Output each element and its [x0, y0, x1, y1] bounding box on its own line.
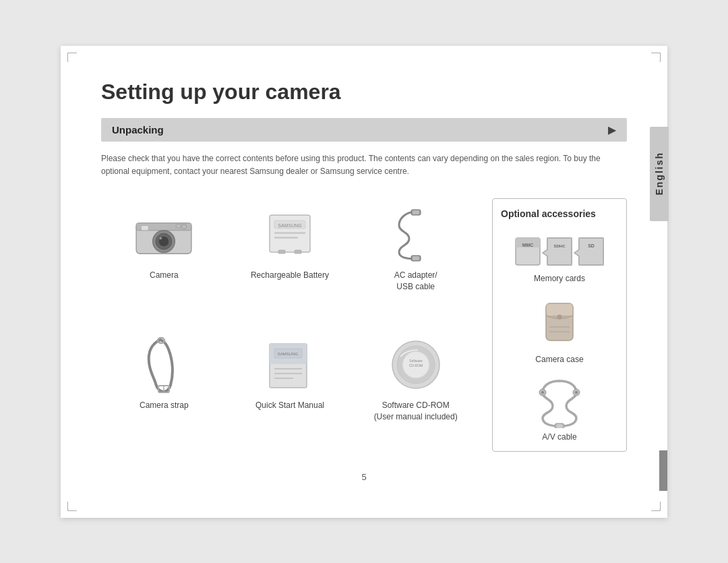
item-label-battery: Rechargeable Battery [251, 270, 329, 281]
item-label-camera: Camera [150, 270, 179, 281]
svg-text:Software: Software [409, 359, 423, 363]
accessory-av-cable: A/V cable [533, 378, 586, 442]
item-cdrom: Software CD-ROM Software CD-ROM (User ma… [353, 328, 479, 452]
svg-point-50 [541, 391, 544, 394]
svg-rect-15 [295, 250, 301, 254]
svg-point-46 [557, 315, 562, 319]
item-battery: SAMSUNG Rechargeable Battery [227, 198, 353, 322]
manual-image: SAMSUNG [256, 335, 324, 396]
battery-image: SAMSUNG [256, 205, 324, 266]
item-camera: Camera [101, 198, 227, 322]
item-ac-adapter: AC adapter/ USB cable [353, 198, 479, 322]
english-tab: English [650, 127, 669, 221]
svg-rect-17 [413, 210, 419, 214]
content-area: Camera SAMSUNG [101, 198, 627, 452]
svg-text:SAMSUNG: SAMSUNG [278, 352, 299, 356]
accessories-panel: Optional accessories MMC SDHC SD [492, 198, 627, 452]
camera-image [130, 205, 198, 266]
corner-mark-top-right [651, 53, 661, 62]
svg-rect-19 [413, 256, 419, 260]
accessory-camera-case: Camera case [535, 297, 583, 364]
ac-adapter-image [382, 205, 450, 266]
accessory-label-memory-cards: Memory cards [534, 274, 585, 283]
svg-text:SAMSUNG: SAMSUNG [278, 223, 301, 228]
corner-mark-top-left [67, 53, 77, 62]
page-number: 5 [101, 472, 627, 482]
svg-text:MMC: MMC [522, 243, 534, 247]
right-accent [659, 450, 667, 491]
corner-mark-bottom-left [67, 502, 77, 511]
svg-rect-12 [274, 232, 305, 234]
section-label: Unpacking [112, 124, 164, 136]
svg-point-52 [575, 391, 578, 394]
strap-image [130, 335, 198, 396]
item-label-strap: Camera strap [140, 400, 189, 411]
svg-rect-6 [142, 225, 149, 230]
section-header: Unpacking ▶ [101, 118, 627, 142]
svg-rect-14 [278, 250, 285, 254]
svg-text:CD-ROM: CD-ROM [408, 363, 423, 367]
description-text: Please check that you have the correct c… [101, 152, 627, 178]
item-manual: SAMSUNG Quick Start Manual [227, 328, 353, 452]
svg-text:SDHC: SDHC [553, 244, 566, 248]
svg-point-5 [160, 237, 162, 240]
accessory-label-av-cable: A/V cable [542, 432, 576, 442]
item-label-cdrom: Software CD-ROM (User manual included) [374, 400, 458, 423]
cdrom-image: Software CD-ROM [382, 335, 450, 396]
svg-rect-8 [177, 225, 181, 228]
accessories-title: Optional accessories [501, 208, 596, 219]
accessory-memory-cards: MMC SDHC SD Memory cards [512, 233, 607, 283]
page-title: Setting up your camera [101, 80, 627, 105]
english-tab-label: English [654, 152, 665, 196]
corner-mark-bottom-right [651, 502, 661, 511]
item-label-ac-adapter: AC adapter/ USB cable [394, 270, 437, 293]
svg-text:SD: SD [588, 243, 595, 248]
section-arrow: ▶ [608, 123, 616, 136]
svg-rect-13 [274, 237, 298, 239]
svg-point-7 [182, 225, 187, 229]
svg-rect-54 [557, 424, 562, 428]
item-label-manual: Quick Start Manual [255, 400, 324, 411]
item-strap: Camera strap [101, 328, 227, 452]
items-grid: Camera SAMSUNG [101, 198, 479, 452]
accessory-label-camera-case: Camera case [535, 355, 583, 364]
page: English Setting up your camera Unpacking… [61, 46, 667, 518]
